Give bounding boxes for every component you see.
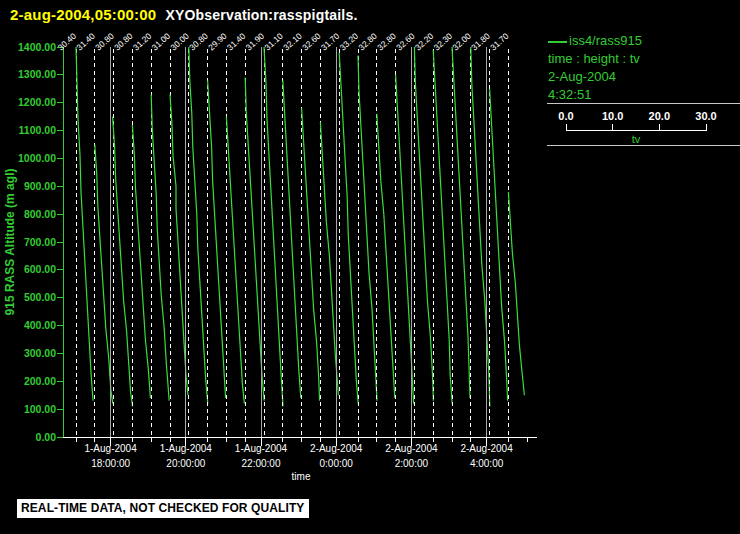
y-tick-label: 100.00	[24, 403, 56, 415]
rass-trace	[508, 192, 524, 395]
tv-top-label: 32.60	[394, 31, 417, 53]
rass-trace	[490, 89, 508, 401]
tv-top-label: 31.40	[74, 31, 97, 53]
y-tick-label: 800.00	[24, 208, 56, 220]
rass-trace	[452, 47, 470, 398]
legend-date: 2-Aug-2004	[548, 69, 616, 84]
tv-top-label: 32.80	[375, 31, 398, 53]
x-tick-time-label: 18:00:00	[91, 458, 130, 469]
x-tick-date-label: 1-Aug-2004	[235, 443, 288, 454]
app-window: 2-aug-2004,05:00:00XYObservation:rasspig…	[0, 0, 740, 534]
tv-top-label: 29.90	[206, 31, 229, 53]
rass-trace	[283, 80, 301, 398]
tv-top-label: 31.10	[262, 31, 285, 53]
x-tick-time-label: 2:00:00	[395, 458, 429, 469]
tv-top-label: 32.20	[413, 31, 436, 53]
y-tick-label: 1000.00	[18, 152, 56, 164]
x-tick-date-label: 1-Aug-2004	[160, 443, 213, 454]
x-tick-date-label: 2-Aug-2004	[460, 443, 513, 454]
series-line-swatch	[548, 41, 567, 43]
x-tick-time-label: 20:00:00	[166, 458, 205, 469]
tv-top-label: 32.10	[281, 31, 304, 53]
y-tick-label: 1100.00	[19, 124, 57, 136]
tv-top-label: 31.20	[131, 31, 154, 53]
x-tick-time-label: 4:00:00	[470, 458, 504, 469]
y-tick-label: 400.00	[24, 319, 56, 331]
tv-top-label: 32.30	[432, 31, 455, 53]
tv-top-label: 31.00	[150, 31, 173, 53]
y-tick-label: 600.00	[24, 263, 56, 275]
x-tick-date-label: 2-Aug-2004	[310, 443, 363, 454]
y-tick-label: 700.00	[24, 236, 56, 248]
rass-trace	[226, 117, 244, 404]
tv-top-label: 30.00	[168, 31, 191, 53]
tv-top-label: 32.00	[450, 31, 473, 53]
rass-trace	[113, 117, 133, 407]
y-tick-label: 1300.00	[18, 68, 56, 80]
tv-scale-tick-label: 0.0	[558, 110, 573, 122]
tv-top-label: 30.80	[112, 31, 135, 53]
tv-top-label: 31.70	[488, 31, 511, 53]
y-tick-label: 1400.00	[18, 41, 56, 53]
legend-time: 4:32:51	[548, 87, 591, 102]
rass-trace	[339, 53, 358, 404]
y-tick-label: 0.00	[36, 431, 57, 443]
rass-trace	[433, 50, 452, 404]
plot-canvas[interactable]: 0.00100.00200.00300.00400.00500.00600.00…	[0, 0, 740, 534]
x-tick-time-label: 22:00:00	[242, 458, 281, 469]
rass-trace	[208, 80, 226, 398]
rass-trace	[320, 122, 338, 395]
tv-scale-tick-label: 30.0	[695, 110, 716, 122]
rass-trace	[189, 47, 208, 404]
tv-scale-tick-label: 20.0	[649, 110, 670, 122]
tv-top-label: 31.40	[225, 31, 248, 53]
y-tick-label: 1200.00	[18, 96, 56, 108]
y-tick-label: 300.00	[24, 347, 56, 359]
rass-trace	[414, 47, 433, 401]
rass-trace	[377, 114, 395, 398]
rass-trace	[151, 94, 169, 400]
y-tick-label: 500.00	[24, 291, 56, 303]
tv-top-label: 31.70	[319, 31, 342, 53]
tv-top-label: 33.20	[338, 31, 361, 53]
tv-scale-tick-label: 10.0	[602, 110, 623, 122]
tv-top-label: 32.60	[300, 31, 323, 53]
quality-banner: REAL-TIME DATA, NOT CHECKED FOR QUALITY	[17, 499, 309, 518]
legend-series-label: iss4/rass915	[569, 33, 642, 48]
x-tick-time-label: 0:00:00	[320, 458, 354, 469]
y-tick-label: 200.00	[24, 375, 56, 387]
tv-top-label: 31.90	[244, 31, 267, 53]
legend-fields: time : height : tv	[548, 51, 640, 66]
x-tick-date-label: 2-Aug-2004	[385, 443, 438, 454]
y-tick-label: 900.00	[24, 180, 56, 192]
x-axis-title: time	[292, 471, 311, 482]
tv-scale-title: tv	[632, 133, 641, 145]
x-tick-date-label: 1-Aug-2004	[84, 443, 137, 454]
tv-top-label: 30.40	[56, 31, 79, 53]
tv-top-label: 30.80	[93, 31, 116, 53]
tv-top-label: 32.80	[356, 31, 379, 53]
rass-trace	[132, 125, 150, 398]
rass-trace	[302, 108, 320, 401]
legend-series: iss4/rass915	[548, 33, 642, 48]
tv-top-label: 30.80	[187, 31, 210, 53]
rass-trace	[358, 55, 377, 400]
rass-trace	[264, 47, 283, 406]
tv-top-label: 31.80	[469, 31, 492, 53]
rass-trace	[76, 47, 93, 401]
y-axis-title: 915 RASS Altitude (m agl)	[3, 169, 17, 316]
